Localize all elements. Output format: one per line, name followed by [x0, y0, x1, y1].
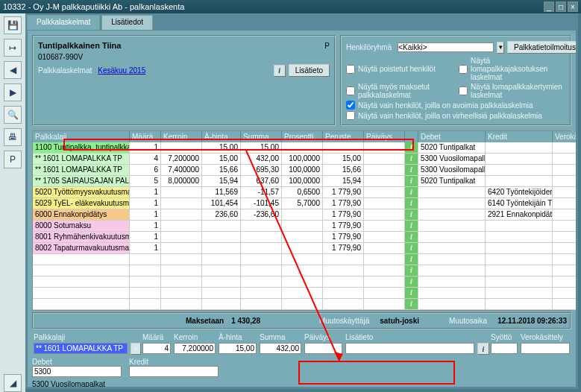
grid-header[interactable]: À-hinta — [202, 131, 241, 142]
row-info-icon[interactable]: i — [405, 198, 418, 209]
edit-lisatieto[interactable] — [345, 343, 474, 354]
person-name: Tuntipalkkainen Tiina — [38, 41, 121, 50]
edit-paivays[interactable] — [304, 343, 342, 354]
row-info-icon[interactable]: i — [405, 265, 418, 276]
p-button[interactable]: P — [4, 151, 22, 168]
edit-desc: 5300 Vuosilomapalkat — [32, 380, 105, 388]
chk-virheelliset[interactable]: Näytä vain henkilöt, joilla on virheelli… — [346, 111, 565, 120]
grid-header[interactable]: Verokäs — [553, 131, 577, 142]
filter-box: Henkilöryhmä ▼ Palkkatietoilmoitus Näytä… — [340, 35, 571, 126]
table-row[interactable]: 8001 Ryhmähenkivakuutusmaksu11 779,90i — [33, 232, 571, 243]
table-row: i — [33, 299, 571, 310]
table-row[interactable]: 1100 Tuntipalkka, tuntipalkkaiset115,001… — [33, 142, 571, 154]
nav-prev-icon[interactable]: ◀ — [4, 61, 22, 79]
grid-header[interactable] — [405, 131, 418, 142]
grid-header[interactable]: Peruste — [323, 131, 364, 142]
table-row[interactable]: 5029 TyEL- eläkevakuutusmaksu1101,454-10… — [33, 198, 571, 209]
muutosaika-value: 12.11.2018 09:26:33 — [497, 317, 567, 325]
chk-maksetut[interactable]: Näytä myös maksetut palkkalaskelmat — [346, 83, 453, 99]
laskelmat-label: Palkkalaskelmat — [38, 66, 92, 75]
edit-palkkalaji[interactable] — [34, 343, 128, 354]
chk-poistetut[interactable]: Näytä poistetut henkilöt — [346, 57, 453, 81]
edit-header — [129, 332, 141, 342]
debet-label: Debet — [32, 358, 119, 366]
edit-syotto[interactable] — [491, 343, 518, 354]
person-id: 010687-990V — [38, 53, 83, 61]
edit-maara[interactable] — [142, 343, 171, 354]
grid-header[interactable]: Debet — [418, 131, 486, 142]
person-box: Tuntipalkkainen Tiina P 010687-990V Palk… — [32, 35, 336, 126]
edit-kerroin[interactable] — [174, 343, 216, 354]
row-info-icon[interactable]: i — [405, 221, 418, 232]
grid-header[interactable]: Määrä — [130, 131, 161, 142]
grid-header[interactable]: Palkkalaji — [33, 131, 130, 142]
palkkatietoilmoitus-button[interactable]: Palkkatietoilmoitus — [507, 41, 577, 54]
table-row[interactable]: 5020 Työttömyysvakuutusmaksu111,569-11,5… — [33, 187, 571, 198]
table-row: i — [33, 265, 571, 276]
lisatieto-button[interactable]: Lisätieto — [289, 64, 330, 77]
table-row[interactable]: 6000 Ennakonpidätys1236,60-236,601 779,9… — [33, 209, 571, 221]
total-bar: Maksetaan 1 430,28 Muutoskäyttäjä satuh-… — [32, 312, 571, 329]
row-info-icon[interactable]: i — [405, 142, 418, 154]
laskelmat-period[interactable]: Kesäkuu 2015 — [98, 66, 145, 75]
maksetaan-value: 1 430,28 — [231, 317, 260, 325]
row-info-icon[interactable]: i — [405, 243, 418, 254]
grid-header[interactable]: Kerroin — [161, 131, 202, 142]
table-row[interactable]: ** 1601 LOMAPALKKA TP67,40000015,66695,3… — [33, 165, 571, 176]
ryhma-dropdown-icon[interactable]: ▼ — [497, 42, 504, 54]
edit-laji-dropdown-icon[interactable]: ▼ — [131, 343, 141, 355]
table-row[interactable]: 8000 Sotumaksu11 779,90i — [33, 221, 571, 232]
edit-summa[interactable] — [260, 343, 301, 354]
row-info-icon[interactable]: i — [405, 209, 418, 221]
table-row: i — [33, 254, 571, 265]
salary-grid: PalkkalajiMääräKerroinÀ-hintaSummaProsen… — [32, 130, 571, 311]
grid-header[interactable]: Kredit — [486, 131, 553, 142]
table-row[interactable]: 8002 Tapaturmavakuutusmaksu11 779,90i — [33, 243, 571, 254]
chk-avoimet[interactable]: Näytä vain henkilöt, joilla on avoimia p… — [346, 101, 565, 110]
table-row[interactable]: ** 1705 SAIRAUSAJAN PALKKA58,00000015,94… — [33, 176, 571, 187]
row-info-icon[interactable]: i — [405, 288, 418, 299]
table-row[interactable]: ** 1601 LOMAPALKKA TP47,20000015,00432,0… — [33, 154, 571, 165]
edit-header: Määrä — [141, 332, 172, 342]
edit-info-icon[interactable]: i — [477, 343, 489, 355]
muutoskayttaja-label: Muutoskäyttäjä — [319, 317, 369, 325]
maximize-button[interactable]: □ — [556, 1, 566, 12]
edit-verokasittely[interactable] — [521, 343, 570, 354]
table-row: i — [33, 276, 571, 288]
exit-icon[interactable]: ↦ — [4, 39, 22, 57]
chk-lomajaks[interactable]: Näytä lomapalkkajaksotuksen laskelmat — [459, 57, 565, 81]
chk-lomakert[interactable]: Näytä lomapalkkakertymien laskelmat — [459, 83, 565, 99]
table-row: i — [33, 288, 571, 299]
row-info-icon[interactable]: i — [405, 232, 418, 243]
print-icon[interactable]: 🖶 — [4, 128, 22, 146]
edit-ahinta[interactable] — [219, 343, 257, 354]
ryhma-label: Henkilöryhmä — [346, 43, 392, 51]
close-button[interactable]: × — [568, 1, 578, 12]
debet-input[interactable] — [32, 366, 122, 377]
tab-palkkalaskelmat[interactable]: Palkkalaskelmat — [27, 15, 100, 30]
row-info-icon[interactable]: i — [405, 187, 418, 198]
send-icon[interactable]: ◢ — [4, 374, 22, 392]
row-info-icon[interactable]: i — [405, 299, 418, 310]
nav-next-icon[interactable]: ▶ — [4, 83, 22, 101]
grid-header[interactable]: Päiväys — [364, 131, 405, 142]
edit-header — [476, 332, 489, 342]
save-icon[interactable]: 💾 — [4, 16, 22, 34]
window-title: 10332 - Oy J-M palkkaputiikki Ab - palka… — [3, 2, 184, 11]
row-info-icon[interactable]: i — [405, 165, 418, 176]
zoom-icon[interactable]: 🔍 — [4, 106, 22, 124]
row-info-icon[interactable]: i — [405, 254, 418, 265]
tab-lisatiedot[interactable]: Lisätiedot — [101, 15, 153, 30]
row-info-icon[interactable]: i — [405, 276, 418, 288]
edit-header: Palkkalaji — [32, 332, 129, 342]
maksetaan-label: Maksetaan — [186, 317, 224, 325]
grid-header[interactable]: Prosentti — [282, 131, 323, 142]
grid-header[interactable]: Summa — [241, 131, 282, 142]
ryhma-input[interactable] — [398, 42, 494, 52]
row-info-icon[interactable]: i — [405, 154, 418, 165]
edit-header: Summa — [258, 332, 303, 342]
minimize-button[interactable]: _ — [544, 1, 554, 12]
info-icon[interactable]: i — [274, 65, 286, 77]
row-info-icon[interactable]: i — [405, 176, 418, 187]
kredit-input[interactable] — [129, 366, 219, 377]
